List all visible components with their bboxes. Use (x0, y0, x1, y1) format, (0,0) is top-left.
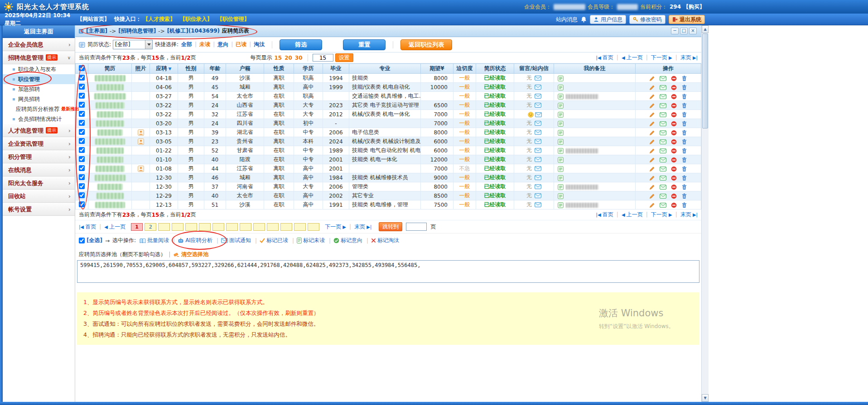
breadcrumb-recruit-manage[interactable]: [招聘信息管理] (118, 27, 156, 35)
back-to-main-button[interactable]: 返回主界面 (3, 25, 75, 38)
forward-icon[interactable] (660, 112, 666, 117)
recycle-icon[interactable] (681, 202, 687, 208)
recycle-icon[interactable] (681, 112, 687, 118)
recycle-icon[interactable] (681, 139, 687, 145)
reject-icon[interactable] (671, 112, 677, 118)
mark-reject-action[interactable]: 标记淘汰 (371, 237, 399, 244)
message-envelope-icon[interactable] (535, 103, 541, 108)
pager-first[interactable]: 首页 (596, 211, 622, 219)
close-icon[interactable] (689, 28, 697, 34)
row-checkbox[interactable] (79, 93, 85, 99)
message-envelope-icon[interactable] (535, 193, 541, 198)
resume-status-select[interactable]: [全部] (113, 40, 153, 49)
quick-link-talent-search[interactable]: 【人才搜索】 (143, 16, 175, 22)
forward-icon[interactable] (660, 157, 666, 162)
row-checkbox[interactable] (79, 174, 85, 180)
quick-link-position-entry[interactable]: 【职位录入】 (180, 16, 212, 22)
site-home-link[interactable]: 【网站首页】 (77, 15, 110, 23)
remark-tag-icon[interactable] (558, 148, 564, 154)
remark-tag-icon[interactable] (558, 202, 564, 208)
edit-icon[interactable] (649, 112, 655, 118)
submenu-member-recruit-stats[interactable]: 会员招聘情况统计 (3, 114, 75, 124)
vertical-scrollbar[interactable]: ▲ ▼ (701, 25, 709, 402)
pager-prev[interactable]: 上一页 (622, 54, 651, 62)
pager-last[interactable]: 末页 (680, 54, 698, 62)
quick-filter-rejected[interactable]: 淘汰 (254, 41, 265, 48)
message-envelope-icon[interactable] (535, 139, 541, 144)
select-all-bottom-checkbox[interactable] (79, 238, 85, 243)
page-box[interactable]: 1 (131, 223, 143, 231)
reject-icon[interactable] (671, 202, 677, 208)
pager-last[interactable]: 末页 (680, 211, 698, 219)
page-box[interactable] (199, 223, 211, 231)
recycle-icon[interactable] (681, 148, 687, 154)
pager-next[interactable]: 下一页 (651, 54, 680, 62)
page-box[interactable] (212, 223, 224, 231)
message-envelope-icon[interactable] (535, 148, 541, 153)
recycle-icon[interactable] (681, 175, 687, 181)
row-checkbox[interactable] (79, 138, 85, 144)
message-envelope-icon[interactable] (535, 157, 541, 162)
reject-icon[interactable] (671, 193, 677, 199)
forward-icon[interactable] (660, 185, 666, 190)
sidebar-item-recruit-info-manage[interactable]: 招聘信息管理提示 (3, 51, 75, 64)
set-per-page-button[interactable]: 设置 (335, 53, 353, 62)
pager-prev[interactable]: 上一页 (622, 211, 651, 219)
edit-icon[interactable] (649, 94, 655, 100)
recycle-icon[interactable] (681, 166, 687, 172)
mark-unread-action[interactable]: 标记未读 (297, 237, 333, 244)
edit-icon[interactable] (649, 157, 655, 163)
row-checkbox[interactable] (79, 129, 85, 135)
resume-name-blurred[interactable] (97, 111, 123, 118)
bell-icon[interactable] (581, 16, 587, 23)
forward-icon[interactable] (660, 103, 666, 108)
remark-tag-icon[interactable] (558, 193, 564, 199)
row-checkbox[interactable] (79, 201, 85, 207)
row-checkbox[interactable] (79, 84, 85, 90)
jump-to-page-button[interactable]: 跳转到 (379, 222, 402, 231)
edit-icon[interactable] (649, 103, 655, 109)
reset-button[interactable]: 重置 (343, 39, 386, 50)
reject-icon[interactable] (671, 76, 677, 81)
remark-tag-icon[interactable] (558, 76, 564, 81)
message-envelope-icon[interactable] (535, 94, 541, 99)
row-checkbox[interactable] (79, 165, 85, 171)
header-apply-date[interactable]: 应聘 (150, 64, 178, 74)
submenu-resume-analysis-recommend[interactable]: 应聘简历分析推荐最新推出 (3, 104, 75, 114)
logout-button[interactable]: 退出系统 (669, 15, 705, 24)
edit-icon[interactable] (649, 85, 655, 91)
resume-name-blurred[interactable] (96, 120, 124, 127)
page-box[interactable] (294, 223, 306, 231)
reject-icon[interactable] (671, 175, 677, 181)
resume-name-blurred[interactable] (97, 129, 123, 136)
recycle-icon[interactable] (681, 94, 687, 100)
forward-icon[interactable] (660, 176, 666, 181)
ai-analysis-action[interactable]: AI应聘分析 (178, 237, 221, 244)
quick-filter-read[interactable]: 已读 (236, 41, 254, 48)
sidebar-item-account-settings[interactable]: 帐号设置 (3, 203, 75, 216)
remark-tag-icon[interactable] (558, 103, 564, 109)
page-box[interactable] (172, 223, 183, 231)
reject-icon[interactable] (671, 157, 677, 163)
recycle-icon[interactable] (681, 76, 687, 81)
recycle-icon[interactable] (681, 157, 687, 163)
quick-filter-all[interactable]: 全部 (181, 41, 199, 48)
scroll-up-icon[interactable]: ▲ (702, 25, 709, 33)
remark-tag-icon[interactable] (558, 121, 564, 127)
reject-icon[interactable] (671, 166, 677, 172)
filter-button[interactable]: 筛选 (280, 39, 322, 50)
page-box[interactable] (240, 223, 251, 231)
sidebar-item-recycle-bin[interactable]: 回收站 (3, 190, 75, 203)
per-page-20[interactable]: 20 (285, 55, 292, 61)
submenu-urgent-recruit[interactable]: 加急招聘 (3, 84, 75, 94)
clear-pool-link[interactable]: 清空选择池 (174, 251, 208, 258)
selection-pool-textarea[interactable] (77, 260, 699, 283)
row-checkbox[interactable] (79, 120, 85, 126)
resume-name-blurred[interactable] (95, 75, 125, 81)
pager-first[interactable]: 首页 (596, 54, 622, 62)
resume-name-blurred[interactable] (95, 138, 125, 145)
forward-icon[interactable] (660, 148, 666, 153)
reject-icon[interactable] (671, 94, 677, 100)
remark-tag-icon[interactable] (558, 184, 564, 190)
message-envelope-icon[interactable] (535, 85, 541, 90)
